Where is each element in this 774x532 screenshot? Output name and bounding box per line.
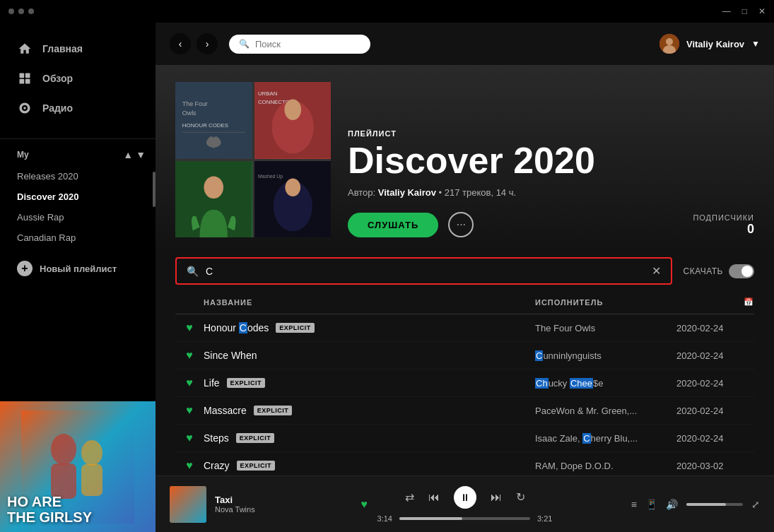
close-button[interactable]: ✕ bbox=[758, 6, 766, 16]
explicit-badge: EXPLICIT bbox=[237, 461, 276, 471]
heart-icon[interactable]: ♥ bbox=[175, 404, 204, 417]
bottom-player: Taxi Nova Twins ♥ ⇄ ⏮ ⏸ ⏭ ↻ 3:14 bbox=[156, 475, 774, 532]
forward-button[interactable]: › bbox=[197, 33, 218, 54]
browse-icon bbox=[17, 71, 33, 86]
search-bar[interactable]: 🔍 bbox=[229, 35, 370, 54]
track-date: 2020-02-24 bbox=[676, 350, 754, 361]
play-button[interactable]: СЛУШАТЬ bbox=[348, 213, 438, 237]
heart-icon[interactable]: ♥ bbox=[175, 459, 204, 472]
heart-icon[interactable]: ♥ bbox=[175, 432, 204, 444]
table-row[interactable]: ♥ Since When Cunninlynguists 2020-02-24 bbox=[175, 342, 754, 370]
track-title: Since When bbox=[204, 350, 257, 361]
home-icon bbox=[17, 41, 33, 57]
table-row[interactable]: ♥ Massacre EXPLICIT PaceWon & Mr. Green,… bbox=[175, 397, 754, 425]
svg-point-27 bbox=[285, 178, 300, 196]
back-button[interactable]: ‹ bbox=[170, 33, 191, 54]
track-title-wrap: Since When bbox=[204, 350, 535, 361]
sidebar-item-radio[interactable]: Радио bbox=[0, 93, 156, 123]
track-title-wrap: Honour Codes EXPLICIT bbox=[204, 322, 535, 333]
sidebar-item-home[interactable]: Главная bbox=[0, 34, 156, 64]
repeat-button[interactable]: ↻ bbox=[516, 490, 525, 504]
track-title: Steps bbox=[204, 432, 229, 444]
maximize-button[interactable]: □ bbox=[742, 6, 747, 16]
track-title-wrap: Life EXPLICIT bbox=[204, 377, 535, 389]
volume-bar[interactable] bbox=[686, 503, 743, 506]
playlist-header: The Four Owls HONOUR CODES URBAN CON bbox=[156, 65, 774, 252]
more-options-button[interactable]: ··· bbox=[448, 212, 474, 237]
queue-icon[interactable]: ≡ bbox=[631, 499, 637, 510]
track-title-wrap: Massacre EXPLICIT bbox=[204, 405, 535, 416]
sidebar-radio-label: Радио bbox=[42, 102, 73, 114]
svg-text:Mashed Up: Mashed Up bbox=[257, 174, 282, 179]
sidebar-item-discover2020[interactable]: Discover 2020 bbox=[0, 187, 156, 207]
now-playing-title: Taxi bbox=[215, 495, 353, 505]
arrow-down-icon[interactable]: ▼ bbox=[136, 149, 146, 160]
next-button[interactable]: ⏭ bbox=[491, 491, 502, 504]
playlist-actions: СЛУШАТЬ ··· ПОДПИСЧИКИ 0 bbox=[348, 212, 754, 237]
nav-arrows: ‹ › bbox=[170, 33, 218, 54]
svg-text:HONOUR CODES: HONOUR CODES bbox=[182, 122, 228, 129]
volume-icon[interactable]: 🔊 bbox=[666, 499, 678, 510]
subscribers-label: ПОДПИСЧИКИ bbox=[693, 213, 754, 222]
shuffle-button[interactable]: ⇄ bbox=[405, 490, 414, 504]
sidebar-album-art[interactable]: HO ARETHE GIRLSY bbox=[0, 401, 156, 532]
sidebar-item-browse[interactable]: Обзор bbox=[0, 64, 156, 93]
progress-current: 3:14 bbox=[368, 514, 392, 523]
now-playing-art bbox=[170, 486, 206, 523]
playlist-type-label: ПЛЕЙЛИСТ bbox=[348, 129, 754, 138]
cover-cell-1: The Four Owls HONOUR CODES bbox=[175, 82, 252, 159]
track-title: Crazy bbox=[204, 460, 230, 471]
radio-icon bbox=[17, 100, 33, 116]
content-area: ‹ › 🔍 Vitaliy Kairov ▼ bbox=[156, 23, 774, 532]
table-row[interactable]: ♥ Crazy EXPLICIT RAM, Dope D.O.D. 2020-0… bbox=[175, 452, 754, 475]
svg-text:The Four: The Four bbox=[182, 101, 208, 108]
sidebar-item-canadianrap[interactable]: Canadian Rap bbox=[0, 227, 156, 248]
table-row[interactable]: ♥ Steps EXPLICIT Isaac Zale, Cherry Blu,… bbox=[175, 425, 754, 452]
playlist-list: Releases 2020 Discover 2020 Aussie Rap C… bbox=[0, 163, 156, 251]
minimize-button[interactable]: — bbox=[722, 6, 731, 16]
table-row[interactable]: ♥ Life EXPLICIT Chucky Chee$e 2020-02-24 bbox=[175, 370, 754, 397]
sidebar-item-aussierap[interactable]: Aussie Rap bbox=[0, 207, 156, 227]
explicit-badge: EXPLICIT bbox=[227, 378, 266, 388]
devices-icon[interactable]: 📱 bbox=[645, 499, 657, 510]
playlist-search-wrap: 🔍 ✕ bbox=[175, 257, 672, 285]
sidebar-home-label: Главная bbox=[42, 43, 83, 54]
arrow-up[interactable]: ▲ bbox=[123, 149, 133, 160]
player-buttons: ⇄ ⏮ ⏸ ⏭ ↻ bbox=[405, 486, 525, 509]
heart-icon[interactable]: ♥ bbox=[175, 321, 204, 334]
new-playlist-button[interactable]: + Новый плейлист bbox=[0, 254, 156, 283]
fullscreen-button[interactable]: ⤢ bbox=[751, 499, 760, 510]
sidebar-item-releases2020[interactable]: Releases 2020 bbox=[0, 166, 156, 187]
progress-track[interactable] bbox=[399, 517, 530, 520]
track-title-wrap: Crazy EXPLICIT bbox=[204, 460, 535, 471]
title-bar-dots bbox=[8, 8, 34, 14]
pause-button[interactable]: ⏸ bbox=[454, 486, 476, 509]
heart-icon[interactable]: ♥ bbox=[175, 377, 204, 389]
avatar bbox=[659, 34, 679, 54]
svg-text:Owls: Owls bbox=[182, 110, 197, 117]
subscribers-count: 0 bbox=[693, 222, 754, 237]
playlist-search-row: 🔍 ✕ Скачать bbox=[156, 252, 774, 293]
search-pl-icon: 🔍 bbox=[187, 266, 199, 277]
search-input[interactable] bbox=[255, 39, 354, 49]
track-table: НАЗВАНИЕ ИСПОЛНИТЕЛЬ 📅 ♥ Honour Codes EX… bbox=[156, 293, 774, 475]
svg-point-7 bbox=[81, 440, 102, 466]
heart-icon[interactable]: ♥ bbox=[175, 349, 204, 362]
svg-point-23 bbox=[204, 176, 223, 199]
search-clear-icon[interactable]: ✕ bbox=[652, 264, 661, 278]
now-playing-heart-icon[interactable]: ♥ bbox=[361, 498, 368, 511]
track-artist: Isaac Zale, Cherry Blu,... bbox=[535, 433, 676, 444]
user-dropdown-button[interactable]: ▼ bbox=[751, 39, 760, 49]
sidebar: Главная Обзор Радио My ▲ ▼ bbox=[0, 23, 156, 532]
svg-point-21 bbox=[284, 100, 301, 121]
playlist-title: Discover 2020 bbox=[348, 142, 754, 179]
download-toggle[interactable] bbox=[729, 264, 754, 278]
dot-3 bbox=[28, 8, 34, 14]
author-name: Vitaliy Kairov bbox=[378, 187, 436, 198]
prev-button[interactable]: ⏮ bbox=[428, 491, 440, 504]
table-row[interactable]: ♥ Honour Codes EXPLICIT The Four Owls 20… bbox=[175, 314, 754, 342]
player-right: ≡ 📱 🔊 ⤢ bbox=[562, 499, 760, 510]
track-artist: RAM, Dope D.O.D. bbox=[535, 461, 676, 471]
sidebar-section-label: My bbox=[17, 150, 29, 160]
playlist-search-input[interactable] bbox=[206, 266, 645, 277]
